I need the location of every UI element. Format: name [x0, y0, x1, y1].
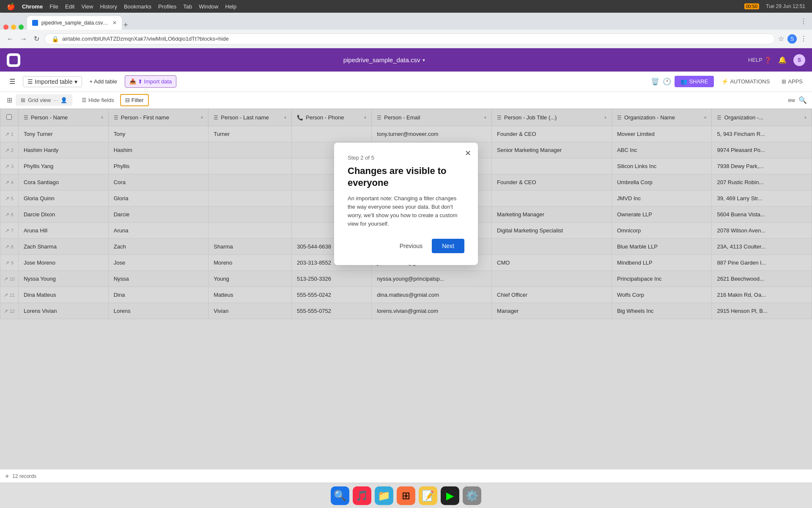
menu-help[interactable]: Help — [225, 3, 237, 10]
chrome-app-name: Chrome — [22, 3, 43, 10]
share-icon: 👥 — [680, 78, 687, 85]
app-logo-inner — [9, 56, 18, 64]
hide-fields-icon: ☰ — [82, 97, 87, 103]
record-count: 12 records — [12, 473, 36, 479]
trash-button[interactable]: 🗑️ — [651, 77, 659, 86]
chrome-tab-active[interactable]: pipedrive_sample_data.csv: Im... ✕ — [27, 16, 122, 30]
app-title-dropdown-icon[interactable]: ▾ — [422, 57, 425, 63]
hide-fields-button[interactable]: ☰ Hide fields — [77, 95, 118, 105]
previous-button[interactable]: Previous — [395, 239, 428, 253]
mac-bar-left: 🍎 Chrome File Edit View History Bookmark… — [7, 3, 236, 11]
sidebar-toggle-view-button[interactable]: ⊞ — [5, 94, 14, 106]
dock-finder[interactable]: 🔍 — [331, 486, 349, 505]
filter-icon: ⊟ — [125, 97, 130, 103]
menu-history[interactable]: History — [100, 3, 117, 10]
grid-view-label: Grid view — [28, 97, 51, 103]
modal-close-button[interactable]: ✕ — [465, 149, 471, 158]
header-right: HELP ❓ 🔔 S — [748, 54, 805, 66]
chrome-settings-icon[interactable]: ⋮ — [800, 17, 807, 25]
macos-dock: 🔍 🎵 📁 ⊞ 📝 ▶ ⚙️ — [0, 483, 812, 508]
help-question-icon: ❓ — [764, 57, 771, 64]
help-button[interactable]: HELP ❓ — [748, 57, 771, 64]
grid-view-person-icon: 👤 — [60, 97, 67, 103]
dock-settings[interactable]: ⚙️ — [463, 486, 481, 505]
add-table-button[interactable]: + Add table — [85, 76, 121, 87]
sidebar-toggle-button[interactable]: ☰ — [5, 75, 19, 88]
mac-bar-right: 00:50 Tue 29 Jun 12:51 — [744, 3, 806, 9]
add-table-label: + Add table — [90, 78, 117, 85]
forward-button[interactable]: → — [19, 33, 29, 44]
table-name-label: Imported table — [35, 78, 73, 85]
table-name-dropdown-icon: ▾ — [74, 78, 77, 85]
clock: Tue 29 Jun 12:51 — [766, 3, 805, 9]
menu-bookmarks[interactable]: Bookmarks — [124, 3, 151, 10]
modal-body: An important note: Changing a filter cha… — [348, 194, 464, 229]
reload-button[interactable]: ↻ — [32, 33, 41, 44]
import-data-button[interactable]: 📥 ⬆ Import data — [125, 75, 176, 88]
new-view-label: ew — [788, 97, 795, 103]
bookmarks-star-icon[interactable]: ☆ — [778, 35, 784, 43]
window-close-btn[interactable] — [3, 25, 8, 30]
tab-close-icon[interactable]: ✕ — [112, 20, 117, 26]
menu-view[interactable]: View — [81, 3, 93, 10]
filter-label: Filter — [132, 97, 144, 103]
macos-menubar: 🍎 Chrome File Edit View History Bookmark… — [0, 0, 812, 13]
dock-airtable[interactable]: ⊞ — [397, 486, 415, 505]
lock-icon: 🔒 — [52, 36, 59, 42]
menu-tab[interactable]: Tab — [183, 3, 192, 10]
window-maximize-btn[interactable] — [19, 25, 24, 30]
tab-grid-view[interactable]: ⊞ Grid view ··· 👤 — [16, 94, 72, 106]
battery-icon: 00:50 — [744, 3, 760, 9]
menu-file[interactable]: File — [49, 3, 58, 10]
import-data-label: ⬆ Import data — [138, 78, 172, 85]
modal-step: Step 2 of 5 — [348, 155, 464, 161]
status-bar: + 12 records — [0, 469, 812, 483]
filter-button[interactable]: ⊟ Filter — [120, 94, 149, 106]
modal-dialog: ✕ Step 2 of 5 Changes are visible to eve… — [334, 143, 478, 265]
grid-view-ellipsis-icon[interactable]: ··· — [53, 97, 58, 103]
user-avatar[interactable]: S — [793, 54, 805, 66]
dock-notes[interactable]: 📝 — [419, 486, 437, 505]
url-text: airtable.com/tblUhATZDzmqnXak7/viwMnlLO6… — [62, 36, 229, 42]
share-button[interactable]: 👥 SHARE — [675, 76, 714, 87]
main-content: pipedrive_sample_data.csv ▾ HELP ❓ 🔔 S ☰… — [0, 48, 812, 483]
history-icon[interactable]: 🕐 — [663, 77, 671, 86]
automations-button[interactable]: ⚡ AUTOMATIONS — [717, 76, 774, 87]
table-wrapper: ☰ Person - Name ▾ ☰ Person - First name … — [0, 109, 812, 469]
url-bar[interactable]: 🔒 airtable.com/tblUhATZDzmqnXak7/viwMnlL… — [44, 33, 775, 44]
back-button[interactable]: ← — [5, 33, 15, 44]
dock-files[interactable]: 📁 — [375, 486, 393, 505]
menu-profiles[interactable]: Profiles — [158, 3, 176, 10]
add-record-button[interactable]: + — [5, 472, 9, 480]
apps-button[interactable]: ⊞ APPS — [777, 76, 807, 87]
dock-terminal[interactable]: ▶ — [441, 486, 459, 505]
window-minimize-btn[interactable] — [11, 25, 16, 30]
share-label: SHARE — [689, 78, 708, 85]
apps-icon: ⊞ — [782, 78, 786, 85]
tab-favicon-icon — [32, 20, 38, 26]
grid-view-icon: ⊞ — [21, 97, 25, 103]
chrome-menu-icon[interactable]: ⋮ — [800, 35, 807, 43]
search-icon[interactable]: 🔍 — [798, 96, 807, 104]
menu-edit[interactable]: Edit — [65, 3, 74, 10]
profile-icon[interactable]: S — [787, 34, 797, 44]
notification-icon[interactable]: 🔔 — [778, 56, 787, 64]
table-icon: ☰ — [27, 78, 33, 85]
dock-music[interactable]: 🎵 — [353, 486, 371, 505]
tab-title: pipedrive_sample_data.csv: Im... — [41, 20, 109, 26]
app-logo — [7, 53, 20, 67]
toolbar-right: 🗑️ 🕐 👥 SHARE ⚡ AUTOMATIONS ⊞ APPS — [651, 76, 807, 87]
new-tab-button[interactable]: + — [123, 21, 128, 30]
next-button[interactable]: Next — [432, 239, 464, 253]
app-title: pipedrive_sample_data.csv — [343, 56, 420, 64]
apple-logo-icon[interactable]: 🍎 — [7, 3, 15, 11]
modal-footer: Previous Next — [348, 239, 464, 253]
menu-window[interactable]: Window — [199, 3, 218, 10]
table-name-button[interactable]: ☰ Imported table ▾ — [23, 76, 82, 87]
help-label: HELP — [748, 57, 763, 63]
address-bar-actions: ☆ S ⋮ — [778, 34, 807, 44]
apps-label: APPS — [788, 78, 803, 85]
view-right: ew 🔍 — [788, 96, 807, 104]
import-data-icon: 📥 — [129, 78, 136, 85]
view-actions: ☰ Hide fields ⊟ Filter — [77, 94, 149, 106]
